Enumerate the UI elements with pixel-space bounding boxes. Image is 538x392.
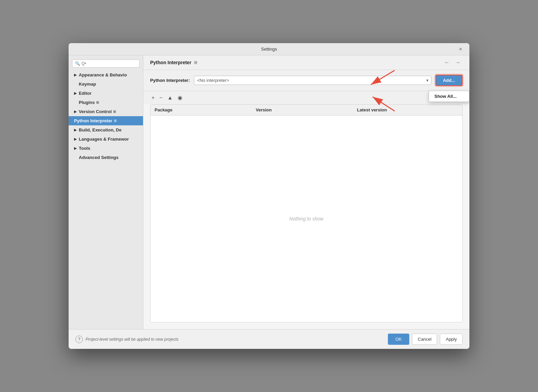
show-all-menu-item[interactable]: Show All... xyxy=(429,91,469,102)
sidebar-item-build-execution[interactable]: ▶ Build, Execution, De xyxy=(69,125,143,135)
search-icon: 🔍 xyxy=(75,61,80,66)
pi-badge-icon: ⊞ xyxy=(114,119,116,123)
sidebar-item-label: Tools xyxy=(79,146,90,151)
interpreter-dropdown-menu: Show All... xyxy=(429,91,469,102)
vc-badge-icon: ⊞ xyxy=(113,110,116,113)
sidebar-item-python-interpreter[interactable]: Python Interpreter ⊞ xyxy=(69,116,143,125)
nav-forward-button[interactable]: → xyxy=(453,59,463,66)
remove-package-button[interactable]: − xyxy=(158,94,164,102)
move-up-button[interactable]: ▲ xyxy=(166,94,174,102)
interpreter-row: Python Interpreter: <No interpreter> Add… xyxy=(143,70,469,91)
footer: ? Project-level settings will be applied… xyxy=(69,329,469,349)
content-title: Python Interpreter xyxy=(150,60,191,65)
add-interpreter-button[interactable]: Add... xyxy=(435,75,463,86)
expand-arrow-icon: ▶ xyxy=(74,91,77,95)
expand-arrow-icon: ▶ xyxy=(74,128,77,132)
expand-arrow-icon: ▶ xyxy=(74,146,77,150)
table-body: Nothing to show xyxy=(150,115,462,322)
module-icon: ⊞ xyxy=(194,60,197,65)
sidebar-item-label: Languages & Framewor xyxy=(79,137,129,142)
interpreter-select[interactable]: <No interpreter> xyxy=(194,76,431,85)
cancel-button[interactable]: Cancel xyxy=(412,334,437,345)
content-area: Python Interpreter ⊞ ← → Python Interpre… xyxy=(143,55,469,329)
nav-back-button[interactable]: ← xyxy=(442,59,452,66)
sidebar-item-advanced-settings[interactable]: Advanced Settings xyxy=(69,153,143,162)
content-header: Python Interpreter ⊞ ← → xyxy=(143,55,469,70)
sidebar-item-label: Keymap xyxy=(79,82,96,87)
sidebar-item-languages[interactable]: ▶ Languages & Framewor xyxy=(69,135,143,144)
sidebar-item-appearance[interactable]: ▶ Appearance & Behavio xyxy=(69,70,143,79)
main-content: 🔍 ▶ Appearance & Behavio Keymap ▶ Editor… xyxy=(69,55,469,329)
expand-arrow-icon: ▶ xyxy=(74,110,77,113)
footer-left: ? Project-level settings will be applied… xyxy=(75,336,178,343)
packages-toolbar: + − ▲ ◉ xyxy=(143,91,469,104)
content-header-left: Python Interpreter ⊞ xyxy=(150,60,197,65)
packages-table: Package Version Latest version Nothing t… xyxy=(150,104,463,322)
sidebar-item-keymap[interactable]: Keymap xyxy=(69,79,143,89)
eye-button[interactable]: ◉ xyxy=(176,94,184,102)
sidebar-item-plugins[interactable]: Plugins ⊞ xyxy=(69,98,143,107)
sidebar-item-editor[interactable]: ▶ Editor xyxy=(69,89,143,98)
col-version: Version xyxy=(256,107,357,112)
interpreter-select-wrapper: <No interpreter> xyxy=(194,76,431,85)
search-box: 🔍 xyxy=(72,59,140,68)
col-latest-version: Latest version xyxy=(357,107,458,112)
interpreter-label: Python Interpreter: xyxy=(150,78,190,83)
sidebar: 🔍 ▶ Appearance & Behavio Keymap ▶ Editor… xyxy=(69,55,143,329)
expand-arrow-icon: ▶ xyxy=(74,137,77,141)
sidebar-item-version-control[interactable]: ▶ Version Control ⊞ xyxy=(69,107,143,116)
sidebar-item-label: Appearance & Behavio xyxy=(79,72,127,77)
sidebar-item-label: Build, Execution, De xyxy=(79,127,122,132)
empty-message: Nothing to show xyxy=(289,216,323,221)
plugin-badge-icon: ⊞ xyxy=(96,101,99,104)
sidebar-item-tools[interactable]: ▶ Tools xyxy=(69,144,143,153)
close-button[interactable]: × xyxy=(457,46,464,53)
ok-button[interactable]: OK xyxy=(388,334,409,345)
table-header: Package Version Latest version xyxy=(150,105,462,115)
sidebar-item-label: Version Control xyxy=(79,109,112,114)
sidebar-item-label: Advanced Settings xyxy=(79,155,119,160)
add-package-button[interactable]: + xyxy=(150,94,156,102)
sidebar-item-label: Plugins xyxy=(79,100,95,105)
sidebar-item-label: Python Interpreter xyxy=(74,118,112,123)
apply-button[interactable]: Apply xyxy=(440,334,463,345)
footer-info-text: Project-level settings will be applied t… xyxy=(86,337,178,342)
title-bar: Settings × xyxy=(69,43,469,55)
sidebar-item-label: Editor xyxy=(79,91,92,96)
help-button[interactable]: ? xyxy=(75,336,83,343)
footer-buttons: OK Cancel Apply xyxy=(388,334,463,345)
nav-arrows: ← → xyxy=(442,59,463,66)
expand-arrow-icon: ▶ xyxy=(74,73,77,77)
settings-dialog: Settings × 🔍 ▶ Appearance & Behavio Keym… xyxy=(69,43,469,349)
dialog-title: Settings xyxy=(261,47,277,52)
col-package: Package xyxy=(155,107,256,112)
search-input[interactable] xyxy=(82,61,137,66)
